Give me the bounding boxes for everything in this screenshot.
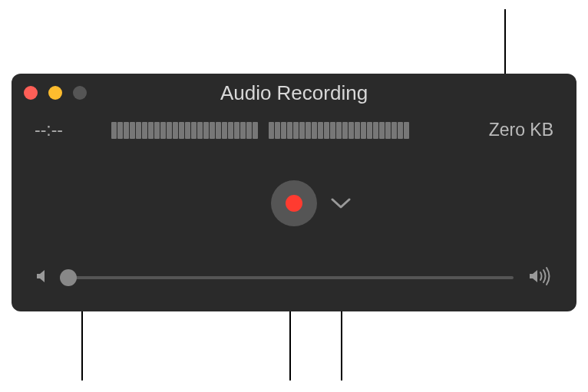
options-menu-button[interactable] [331, 198, 351, 209]
speaker-low-icon [35, 266, 55, 289]
controls-row [12, 180, 576, 226]
traffic-lights [24, 86, 87, 100]
volume-slider[interactable] [68, 276, 514, 279]
record-button[interactable] [271, 180, 317, 226]
titlebar: Audio Recording [12, 74, 576, 112]
minimize-button[interactable] [48, 86, 62, 100]
meter-row: --:-- Zero KB [12, 112, 576, 140]
audio-recording-window: Audio Recording --:-- Zero KB [12, 74, 576, 311]
chevron-down-icon [331, 198, 351, 209]
window-title: Audio Recording [12, 81, 576, 105]
volume-row [12, 266, 576, 289]
time-display: --:-- [35, 120, 96, 140]
audio-level-meter [111, 120, 461, 140]
close-button[interactable] [24, 86, 38, 100]
volume-slider-thumb[interactable] [60, 269, 77, 286]
filesize-display: Zero KB [477, 120, 553, 140]
speaker-high-icon [527, 266, 553, 289]
record-icon [286, 195, 302, 212]
maximize-button[interactable] [73, 86, 87, 100]
